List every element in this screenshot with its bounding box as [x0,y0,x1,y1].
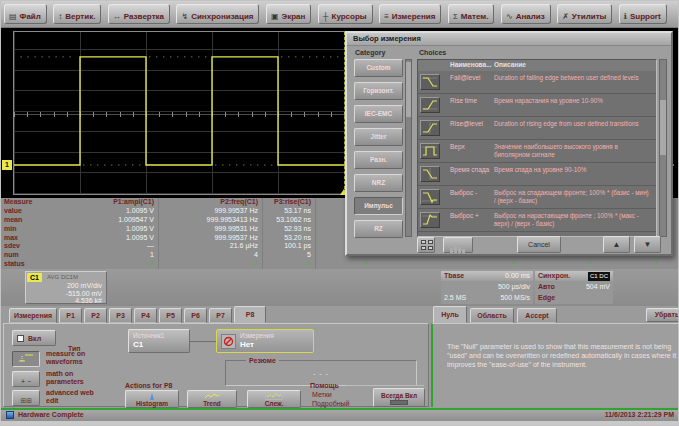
measure-on-waveforms-button[interactable] [12,351,40,367]
p2-sdev: 21.6 µHz [159,242,263,251]
scroll-up-button[interactable]: ▲ [603,236,630,253]
help-detailed-item[interactable]: Подробный [312,400,349,407]
category-horizontal[interactable]: Горизонт. [354,82,403,100]
timebase-scale: 500 µs/div [498,281,530,292]
category-scrollbar-thumb[interactable] [406,62,411,117]
math-on-parameters-button[interactable]: + − [12,371,40,387]
menu-measure-button[interactable]: ≡Измерения [379,4,441,24]
channel1-level-marker[interactable]: 1 [2,160,12,170]
measurement-desc: Время спада на уровне 90-10% [494,166,652,174]
display-icon: ▣ [271,12,279,21]
category-section-label: Category [355,49,385,56]
desc-column-header[interactable]: Описание [494,61,526,68]
measurement-row-overshoot-neg[interactable]: Выброс - Выброс на спадающем фронте; 100… [418,186,656,209]
category-nrz[interactable]: NRZ [354,174,403,192]
measurement-label: Измерения [240,332,274,340]
source1-button[interactable]: Источник1 C1 [128,329,190,353]
menu-bar: ▤Файл ↕Вертик. ↔Развертка ↯Синхронизация… [1,1,679,28]
category-scrollbar[interactable] [405,59,412,237]
measurement-name: Выброс - [450,189,492,197]
p2-num: 4 [159,251,263,260]
choices-scrollbar[interactable] [659,59,667,237]
tab-null[interactable]: Нуль [433,306,467,323]
measure-col-p1-header[interactable]: P1:ampl(C1) [81,198,159,207]
menu-cursors-button[interactable]: ┼Курсоры [318,4,373,24]
trend-button[interactable]: Trend [187,390,237,408]
measure-col-p3-header[interactable]: P3:rise(C1) [263,198,316,207]
measurement-select-button[interactable]: Измерения Нет [216,329,314,353]
menu-math-button[interactable]: ΣМатем. [448,4,495,24]
category-custom[interactable]: Custom [354,59,403,77]
measurement-row-rise-level[interactable]: Rise@level Duration of rising edge from … [418,117,656,140]
measurement-name: Rise time [450,97,492,105]
tab-p5[interactable]: P5 [159,308,182,323]
tab-p7[interactable]: P7 [209,308,232,323]
timebase-descriptor[interactable]: Tbase 0.00 ms 500 µs/div 2.5 MS 500 MS/s [441,271,533,304]
measure-col-p2-header[interactable]: P2:freq(C1) [159,198,263,207]
menu-analysis-button[interactable]: ∿Анализ [501,4,551,24]
enable-checkbox-button[interactable]: Вкл [12,330,56,346]
p7-status-check: ✓ [653,259,659,268]
tab-accept[interactable]: Accept [517,308,557,323]
menu-support-button[interactable]: ℹSupport [619,4,667,24]
menu-trigger-button[interactable]: ↯Синхронизация [176,4,259,24]
tab-region[interactable]: Область [470,308,514,323]
tab-p4[interactable]: P4 [134,308,157,323]
tab-measurements[interactable]: Измерения [9,308,57,323]
p4-status-check: ✓ [363,259,369,268]
category-misc[interactable]: Разн. [354,151,403,169]
histogram-icon [144,392,160,400]
measurement-row-rise-time[interactable]: Rise time Время нарастания на уровне 10-… [418,94,656,117]
menu-display-button[interactable]: ▣Экран [266,4,311,24]
tab-p6[interactable]: P6 [184,308,207,323]
cancel-button[interactable]: Cancel [517,236,561,253]
category-rz[interactable]: RZ [354,220,403,238]
menu-file-button[interactable]: ▤Файл [4,4,47,24]
choices-section-label: Choices [419,49,446,56]
help-labels-item[interactable]: Метки [312,391,332,398]
measurement-desc: Duration of falling edge between user de… [494,74,652,82]
measurement-row-top[interactable]: Верх Значение наибольшего высокого уровн… [418,140,656,163]
null-measure-chip [221,334,236,349]
info-icon: ℹ [624,12,627,21]
category-jitter[interactable]: Jitter [354,128,403,146]
always-on-button[interactable]: Всегда Вкл [373,388,425,407]
name-column-header[interactable]: Наименова... [450,61,492,68]
measurement-row-fall-time[interactable]: Время спада Время спада на уровне 90-10% [418,163,656,186]
measurement-desc: Duration of rising edge from user define… [494,120,652,128]
p3-num: 5 [263,251,316,260]
histogram-button[interactable]: Histogram [125,390,179,408]
track-button[interactable]: Слеж. [247,390,301,408]
menu-support-label: Support [630,12,661,21]
advanced-web-edit-button[interactable]: ⊞⊞ [12,390,40,406]
measurement-row-overshoot-pos[interactable]: Выброс + Выброс на нарастающем фронте ; … [418,209,656,232]
remove-button[interactable]: Убрать [646,308,679,322]
measurement-desc: Время нарастания на уровне 10-90% [494,97,652,105]
dialog-title[interactable]: Выбор измерения [347,33,671,46]
scroll-down-button[interactable]: ▼ [634,236,661,253]
menu-vertical-button[interactable]: ↕Вертик. [53,4,101,24]
grid-view-button[interactable] [417,237,435,253]
menu-timebase-button[interactable]: ↔Развертка [108,4,170,24]
tab-p1[interactable]: P1 [59,308,82,323]
trend-label: Trend [203,400,221,407]
always-on-label: Всегда Вкл [381,392,417,399]
tab-p8[interactable]: P8 [234,306,266,323]
app-status-icon [6,411,14,419]
channel1-scale: 200 mV/div [66,282,102,290]
row-label-sdev: sdev [1,242,81,251]
category-iec-emc[interactable]: IEC-EMC [354,105,403,123]
tab-p3[interactable]: P3 [109,308,132,323]
trigger-descriptor[interactable]: Синхрон. C1 DC Авто 504 mV Edge [535,271,613,304]
p2-max: 999.99537 Hz [159,234,263,243]
histicon-view-button[interactable] [443,237,473,253]
channel1-descriptor[interactable]: C1 AVG DC1M 200 mV/div -515.00 mV 4.536 … [25,271,107,304]
choices-scrollbar-thumb[interactable] [660,100,666,155]
measurement-row-fall-level[interactable]: Fall@level Duration of falling edge betw… [418,71,656,94]
timebase-samplerate: 500 MS/s [500,292,530,303]
category-pulse[interactable]: Импульс [354,197,403,215]
enable-label: Вкл [28,335,41,342]
channel1-sweep-count: 4.536 k# [66,297,102,305]
menu-utilities-button[interactable]: ✗Утилиты [557,4,612,24]
tab-p2[interactable]: P2 [84,308,107,323]
